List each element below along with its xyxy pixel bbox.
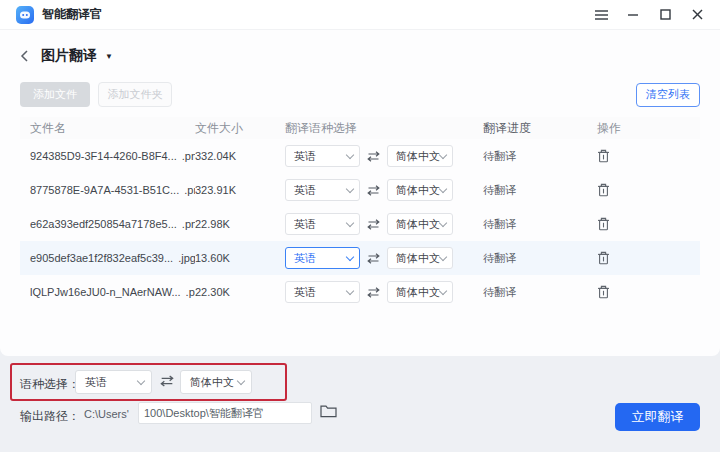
chevron-down-icon: [237, 376, 245, 384]
add-file-button[interactable]: 添加文件: [20, 82, 90, 107]
target-lang-select[interactable]: 简体中文: [387, 247, 453, 269]
file-name: 924385D9-3F14-4260-B8F4...: [30, 150, 177, 162]
swap-languages-icon[interactable]: [366, 185, 381, 196]
back-icon[interactable]: [20, 50, 29, 62]
table-row[interactable]: 924385D9-3F14-4260-B8F4....png 332.04K 英…: [20, 139, 700, 173]
target-lang-select[interactable]: 简体中文: [387, 179, 453, 201]
output-path-prefix: C:\Users': [84, 408, 129, 420]
file-ext: .png: [186, 286, 195, 298]
table-header: 文件名 文件大小 翻译语种选择 翻译进度 操作: [20, 117, 700, 139]
swap-languages-icon[interactable]: [159, 375, 175, 387]
chevron-down-icon: [439, 150, 447, 158]
file-ext: .png: [184, 184, 195, 196]
source-lang-select[interactable]: 英语: [285, 213, 360, 235]
swap-languages-icon[interactable]: [366, 253, 381, 264]
target-lang-select[interactable]: 简体中文: [387, 281, 453, 303]
delete-file-button[interactable]: [597, 183, 610, 197]
delete-file-button[interactable]: [597, 285, 610, 299]
delete-file-button[interactable]: [597, 149, 610, 163]
chevron-down-icon: [346, 150, 354, 158]
file-size: 22.98K: [195, 218, 285, 230]
chevron-down-icon: [439, 218, 447, 226]
table-row[interactable]: e905def3ae1f2f832eaf5c39....jpg 13.60K 英…: [20, 241, 700, 275]
output-path-label: 输出路径：: [20, 408, 80, 425]
file-ext: .png: [182, 218, 195, 230]
delete-file-button[interactable]: [597, 251, 610, 265]
table-row[interactable]: 8775878E-9A7A-4531-B51C....png 323.91K 英…: [20, 173, 700, 207]
main-panel: 图片翻译 ▼ 添加文件 添加文件夹 清空列表 文件名 文件大小 翻译语种选择 翻…: [0, 30, 720, 356]
file-size: 13.60K: [195, 252, 285, 264]
file-name: 8775878E-9A7A-4531-B51C...: [30, 184, 179, 196]
status-text: 待翻译: [483, 251, 593, 266]
page-title: 图片翻译: [41, 47, 97, 65]
swap-languages-icon[interactable]: [366, 287, 381, 298]
delete-file-button[interactable]: [597, 217, 610, 231]
chevron-down-icon: [137, 376, 145, 384]
target-lang-select[interactable]: 简体中文: [387, 145, 453, 167]
footer-source-lang-select[interactable]: 英语: [75, 370, 152, 394]
file-size: 323.91K: [195, 184, 285, 196]
chevron-down-icon: [439, 184, 447, 192]
file-ext: .png: [182, 150, 195, 162]
target-lang-select[interactable]: 简体中文: [387, 213, 453, 235]
header-progress: 翻译进度: [483, 120, 593, 137]
source-lang-select[interactable]: 英语: [285, 247, 360, 269]
app-logo-icon: [16, 6, 34, 24]
file-name: lQLPJw16eJU0-n_NAerNAW...: [30, 286, 181, 298]
translate-now-button[interactable]: 立即翻译: [615, 403, 700, 431]
file-size: 22.30K: [195, 286, 285, 298]
source-lang-select[interactable]: 英语: [285, 145, 360, 167]
footer-target-lang-select[interactable]: 简体中文: [180, 370, 252, 394]
chevron-down-icon: [346, 184, 354, 192]
clear-list-button[interactable]: 清空列表: [636, 83, 700, 107]
file-name: e62a393edf250854a7178e5...: [30, 218, 177, 230]
menu-icon[interactable]: [592, 6, 610, 24]
maximize-icon[interactable]: [656, 6, 674, 24]
breadcrumb: 图片翻译 ▼: [0, 30, 720, 65]
chevron-down-icon: [346, 218, 354, 226]
table-row[interactable]: lQLPJw16eJU0-n_NAerNAW....png 22.30K 英语 …: [20, 275, 700, 309]
chevron-down-icon: [346, 286, 354, 294]
file-ext: .jpg: [178, 252, 195, 264]
status-text: 待翻译: [483, 149, 593, 164]
close-icon[interactable]: [688, 6, 706, 24]
window-controls: [592, 6, 720, 24]
file-size: 332.04K: [195, 150, 285, 162]
swap-languages-icon[interactable]: [366, 151, 381, 162]
folder-icon[interactable]: [320, 404, 337, 418]
chevron-down-icon: [439, 286, 447, 294]
chevron-down-icon: [439, 252, 447, 260]
language-select-label: 语种选择：: [20, 376, 80, 393]
toolbar: 添加文件 添加文件夹 清空列表: [0, 65, 720, 107]
status-text: 待翻译: [483, 217, 593, 232]
footer-panel: 语种选择： 英语 简体中文 输出路径： C:\Users' 100\Deskto…: [0, 356, 720, 452]
file-table: 文件名 文件大小 翻译语种选择 翻译进度 操作 924385D9-3F14-42…: [20, 117, 700, 309]
add-folder-button[interactable]: 添加文件夹: [98, 82, 172, 107]
title-bar: 智能翻译官: [0, 0, 720, 30]
status-text: 待翻译: [483, 285, 593, 300]
caret-down-icon[interactable]: ▼: [105, 52, 113, 61]
app-title: 智能翻译官: [42, 6, 102, 23]
output-path-input[interactable]: 100\Desktop\智能翻译官: [138, 402, 312, 424]
minimize-icon[interactable]: [624, 6, 642, 24]
file-name: e905def3ae1f2f832eaf5c39...: [30, 252, 173, 264]
header-filename: 文件名: [20, 120, 195, 137]
status-text: 待翻译: [483, 183, 593, 198]
header-operation: 操作: [593, 120, 700, 137]
source-lang-select[interactable]: 英语: [285, 179, 360, 201]
header-language: 翻译语种选择: [285, 120, 483, 137]
swap-languages-icon[interactable]: [366, 219, 381, 230]
source-lang-select[interactable]: 英语: [285, 281, 360, 303]
app-window: { "app": { "title": "智能翻译官" }, "icons": …: [0, 0, 720, 452]
table-row[interactable]: e62a393edf250854a7178e5....png 22.98K 英语…: [20, 207, 700, 241]
chevron-down-icon: [346, 252, 354, 260]
header-filesize: 文件大小: [195, 120, 285, 137]
